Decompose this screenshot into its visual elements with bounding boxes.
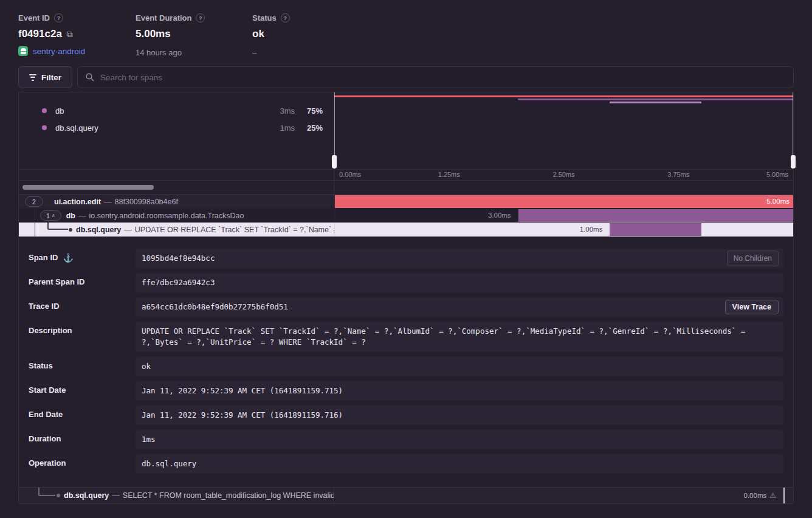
event-id-label: Event ID xyxy=(18,13,50,22)
span-op: db.sql.query xyxy=(64,491,109,500)
detail-value: Jan 11, 2022 9:52:39 AM CET (1641891159.… xyxy=(136,381,783,401)
help-icon[interactable]: ? xyxy=(281,13,290,22)
detail-row-duration: Duration 1ms xyxy=(29,430,783,449)
detail-value: UPDATE OR REPLACE `Track` SET `TrackId` … xyxy=(136,322,783,352)
legend-op: db.sql.query xyxy=(55,123,98,133)
help-icon[interactable]: ? xyxy=(196,13,205,22)
filter-button-label: Filter xyxy=(41,73,61,82)
event-duration-column: Event Duration ? 5.00ms 14 hours ago xyxy=(136,13,252,58)
span-row-select-query[interactable]: db.sql.query — SELECT * FROM room_table_… xyxy=(19,487,793,503)
separator: — xyxy=(104,198,112,206)
minimap-row: db 3ms 75% db.sql.query 1ms 25% xyxy=(19,92,793,170)
span-row-ui-action-edit[interactable]: 2 ui.action.edit — 88f300998a0b4e6f 5.00… xyxy=(19,195,793,209)
chevron-up-icon: ∧ xyxy=(52,213,55,218)
status-label: Status xyxy=(252,13,277,22)
span-duration-bar[interactable] xyxy=(610,223,701,236)
detail-label: Status xyxy=(29,361,53,370)
viewport-right-handle[interactable] xyxy=(791,155,796,168)
tree-guide-line xyxy=(35,223,35,237)
span-duration-label: 5.00ms xyxy=(766,195,790,209)
span-search[interactable] xyxy=(77,66,794,88)
no-children-badge: No Children xyxy=(727,250,779,266)
filter-button[interactable]: Filter xyxy=(18,66,72,88)
detail-row-end-date: End Date Jan 11, 2022 9:52:39 AM CET (16… xyxy=(29,406,783,425)
span-detail-panel: Span ID ⚓ 1095bd4ef8e94bcc No Children P… xyxy=(19,237,793,487)
detail-label: Operation xyxy=(29,458,66,468)
minimap-span-line xyxy=(334,95,793,97)
span-duration-bar[interactable] xyxy=(518,209,793,222)
event-id-column: Event ID ? f0491c2a ⧉ sentry-android xyxy=(18,13,136,58)
span-bar-track: 3.00ms xyxy=(334,209,793,223)
event-duration-value: 5.00ms xyxy=(136,28,171,40)
axis-tick: 1.25ms xyxy=(438,171,460,178)
minimap-span-line xyxy=(518,98,793,100)
time-axis-row: 0.00ms 1.25ms 2.50ms 3.75ms 5.00ms xyxy=(19,170,793,181)
detail-label: Span ID xyxy=(29,253,58,262)
operation-value: db.sql.query xyxy=(142,459,196,468)
axis-left-spacer xyxy=(19,170,334,180)
op-color-dot xyxy=(42,125,47,130)
separator: — xyxy=(112,491,120,500)
detail-label: Start Date xyxy=(29,385,66,395)
span-row-db-sql-query-selected[interactable]: db.sql.query — UPDATE OR REPLACE `Track`… xyxy=(19,223,793,237)
trace-minimap[interactable] xyxy=(334,92,793,169)
zero-duration-marker xyxy=(783,488,785,503)
separator: — xyxy=(78,212,86,220)
start-date-value: Jan 11, 2022 9:52:39 AM CET (1641891159.… xyxy=(142,386,343,395)
help-icon[interactable]: ? xyxy=(54,13,63,22)
trace-view: db 3ms 75% db.sql.query 1ms 25% 0.00ms xyxy=(18,92,794,504)
span-duration-label: 0.00ms xyxy=(744,492,767,499)
span-description: io.sentry.android.roomsample.data.Tracks… xyxy=(89,212,244,220)
event-duration-label: Event Duration xyxy=(136,13,191,22)
detail-row-trace-id: Trace ID a654cc61dc0b48ef9d0b27275b6f0d5… xyxy=(29,297,783,317)
tree-connector-dot xyxy=(57,494,60,497)
status-detail-value: ok xyxy=(142,362,151,371)
detail-value: ffe7dbc92a6942c3 xyxy=(136,273,783,292)
detail-row-operation: Operation db.sql.query xyxy=(29,454,783,474)
anchor-icon[interactable]: ⚓ xyxy=(63,253,73,263)
tree-guide-line xyxy=(35,209,35,223)
project-link[interactable]: sentry-android xyxy=(33,47,85,56)
search-icon xyxy=(85,72,95,82)
span-op: db xyxy=(66,212,75,220)
children-count-pill[interactable]: 1 ∧ xyxy=(40,210,61,221)
tree-scrollbar xyxy=(19,181,334,194)
view-trace-button[interactable]: View Trace xyxy=(725,300,779,314)
warning-icon: ⚠ xyxy=(769,491,776,500)
detail-value: 1095bd4ef8e94bcc No Children xyxy=(136,249,783,268)
span-op: db.sql.query xyxy=(76,226,121,234)
axis-tick: 5.00ms xyxy=(766,171,788,178)
tree-connector xyxy=(47,229,68,230)
legend-item-db: db 3ms 75% xyxy=(19,102,334,119)
children-count: 1 xyxy=(46,212,50,219)
span-id-value: 1095bd4ef8e94bcc xyxy=(142,254,215,263)
detail-row-start-date: Start Date Jan 11, 2022 9:52:39 AM CET (… xyxy=(29,381,783,401)
span-bar-track: 0.00ms ⚠ xyxy=(334,488,793,503)
legend-item-db-sql-query: db.sql.query 1ms 25% xyxy=(19,119,334,136)
scrollbar-right-spacer xyxy=(334,181,793,194)
detail-row-parent-span-id: Parent Span ID ffe7dbc92a6942c3 xyxy=(29,273,783,292)
span-row-db[interactable]: 1 ∧ db — io.sentry.android.roomsample.da… xyxy=(19,209,793,223)
span-duration-bar[interactable] xyxy=(335,195,793,208)
scrollbar-thumb[interactable] xyxy=(22,185,154,190)
status-sub: – xyxy=(252,47,370,58)
detail-value: 1ms xyxy=(136,430,783,449)
span-duration-label: 1.00ms xyxy=(580,223,603,237)
span-duration-label: 3.00ms xyxy=(488,209,511,223)
span-bar-track: 1.00ms xyxy=(334,223,793,237)
span-op: ui.action.edit xyxy=(54,198,101,206)
parent-span-id-value: ffe7dbc92a6942c3 xyxy=(142,278,215,287)
detail-label: Duration xyxy=(29,434,61,443)
separator: — xyxy=(124,226,132,234)
legend-op: db xyxy=(55,106,64,116)
detail-value: db.sql.query xyxy=(136,454,783,474)
search-input[interactable] xyxy=(100,73,786,82)
children-count-pill[interactable]: 2 xyxy=(25,196,43,207)
toolbar: Filter xyxy=(18,66,794,88)
copy-icon[interactable]: ⧉ xyxy=(67,29,73,40)
viewport-left-handle[interactable] xyxy=(332,155,337,168)
detail-value: a654cc61dc0b48ef9d0b27275b6f0d51 View Tr… xyxy=(136,297,783,317)
legend-percent: 25% xyxy=(295,123,323,133)
span-bar-track: 5.00ms xyxy=(334,195,793,209)
detail-label: End Date xyxy=(29,410,63,419)
